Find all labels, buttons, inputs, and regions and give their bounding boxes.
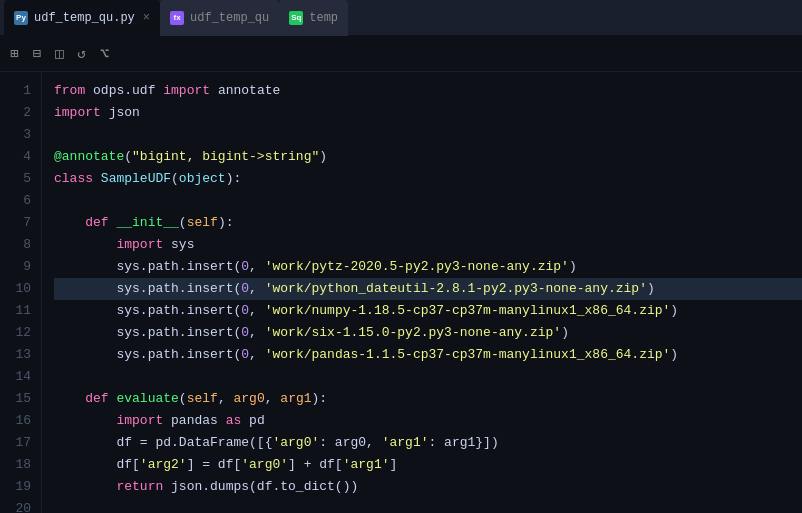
line-num: 3 — [0, 124, 31, 146]
code-line-1: from odps.udf import annotate — [54, 80, 802, 102]
line-num: 6 — [0, 190, 31, 212]
line-num: 7 — [0, 212, 31, 234]
line-num: 4 — [0, 146, 31, 168]
line-num: 18 — [0, 454, 31, 476]
line-num: 20 — [0, 498, 31, 513]
code-line-15: def evaluate(self, arg0, arg1): — [54, 388, 802, 410]
tab-udf-temp-qu[interactable]: fx udf_temp_qu — [160, 0, 279, 36]
code-line-2: import json — [54, 102, 802, 124]
code-line-19: return json.dumps(df.to_dict()) — [54, 476, 802, 498]
toolbar-icon-1[interactable]: ⊞ — [10, 45, 18, 62]
line-num: 5 — [0, 168, 31, 190]
line-num: 15 — [0, 388, 31, 410]
tab-close-button[interactable]: × — [143, 11, 150, 25]
toolbar-icon-2[interactable]: ⊟ — [32, 45, 40, 62]
line-num: 2 — [0, 102, 31, 124]
code-line-18: df['arg2'] = df['arg0'] + df['arg1'] — [54, 454, 802, 476]
refresh-icon[interactable]: ↺ — [77, 45, 85, 62]
code-line-10: sys.path.insert(0, 'work/python_dateutil… — [54, 278, 802, 300]
line-num: 13 — [0, 344, 31, 366]
code-line-12: sys.path.insert(0, 'work/six-1.15.0-py2.… — [54, 322, 802, 344]
tab-temp[interactable]: Sq temp — [279, 0, 348, 36]
tab-label: temp — [309, 11, 338, 25]
code-line-17: df = pd.DataFrame([{'arg0': arg0, 'arg1'… — [54, 432, 802, 454]
sq-icon: Sq — [289, 11, 303, 25]
line-num: 16 — [0, 410, 31, 432]
code-line-13: sys.path.insert(0, 'work/pandas-1.1.5-cp… — [54, 344, 802, 366]
code-line-6 — [54, 190, 802, 212]
line-num: 19 — [0, 476, 31, 498]
code-content[interactable]: from odps.udf import annotate import jso… — [42, 72, 802, 513]
code-line-14 — [54, 366, 802, 388]
line-num: 12 — [0, 322, 31, 344]
branch-icon[interactable]: ⌥ — [100, 44, 110, 64]
fx-icon: fx — [170, 11, 184, 25]
toolbar-icon-3[interactable]: ◫ — [55, 45, 63, 62]
code-line-7: def __init__(self): — [54, 212, 802, 234]
tab-bar: Py udf_temp_qu.py × fx udf_temp_qu Sq te… — [0, 0, 802, 36]
tab-label: udf_temp_qu.py — [34, 11, 135, 25]
tab-label: udf_temp_qu — [190, 11, 269, 25]
code-line-3 — [54, 124, 802, 146]
code-line-11: sys.path.insert(0, 'work/numpy-1.18.5-cp… — [54, 300, 802, 322]
line-num: 14 — [0, 366, 31, 388]
python-icon: Py — [14, 11, 28, 25]
line-num: 11 — [0, 300, 31, 322]
toolbar: ⊞ ⊟ ◫ ↺ ⌥ — [0, 36, 802, 72]
line-num: 10 — [0, 278, 31, 300]
code-line-16: import pandas as pd — [54, 410, 802, 432]
code-line-8: import sys — [54, 234, 802, 256]
code-line-20 — [54, 498, 802, 513]
editor-area: 1 2 3 4 5 6 7 8 9 10 11 12 13 14 15 16 1… — [0, 72, 802, 513]
line-num: 1 — [0, 80, 31, 102]
code-line-9: sys.path.insert(0, 'work/pytz-2020.5-py2… — [54, 256, 802, 278]
line-num: 9 — [0, 256, 31, 278]
code-line-4: @annotate("bigint, bigint->string") — [54, 146, 802, 168]
line-num: 8 — [0, 234, 31, 256]
line-num: 17 — [0, 432, 31, 454]
tab-udf-temp-qu-py[interactable]: Py udf_temp_qu.py × — [4, 0, 160, 36]
line-numbers: 1 2 3 4 5 6 7 8 9 10 11 12 13 14 15 16 1… — [0, 72, 42, 513]
code-line-5: class SampleUDF(object): — [54, 168, 802, 190]
